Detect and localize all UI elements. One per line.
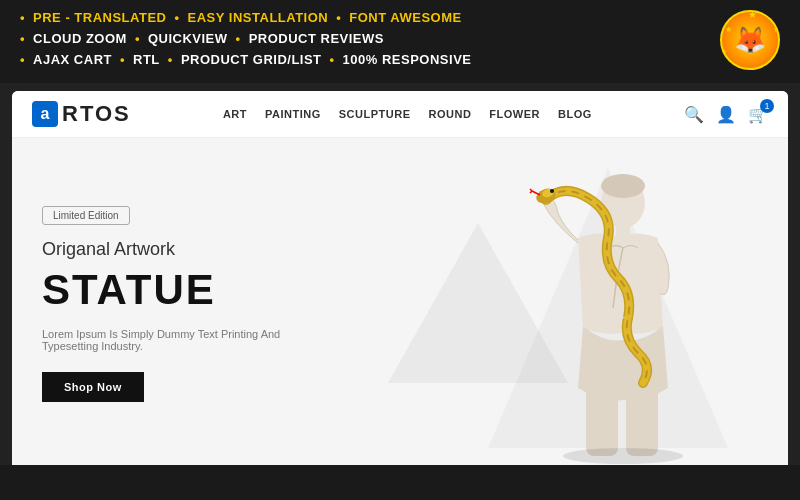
- nav-sculpture[interactable]: SCULPTURE: [339, 108, 411, 120]
- svg-point-13: [550, 189, 554, 193]
- svg-rect-10: [626, 386, 658, 456]
- feature-easy-installation: EASY INSTALLATION: [188, 10, 329, 25]
- hero-subtitle: Origanal Artwork: [42, 239, 282, 260]
- shop-now-button[interactable]: Shop Now: [42, 372, 144, 402]
- feature-pre-translated: PRE - TRANSLATED: [33, 10, 166, 25]
- logo-icon: a: [32, 101, 58, 127]
- user-icon[interactable]: 👤: [716, 105, 736, 124]
- preview-wrapper: a RTOS ART PAINTING SCULPTURE ROUND FLOW…: [0, 83, 800, 465]
- banner-row-2: • CLOUD ZOOM • QUICKVIEW • PRODUCT REVIE…: [20, 31, 780, 46]
- hero-description: Lorem Ipsum Is Simply Dummy Text Printin…: [42, 328, 282, 352]
- feature-ajax-cart: AJAX CART: [33, 52, 112, 67]
- browser-chrome: a RTOS ART PAINTING SCULPTURE ROUND FLOW…: [12, 91, 788, 465]
- dot-8: •: [120, 53, 125, 66]
- feature-rtl: RTL: [133, 52, 160, 67]
- hero-content: Limited Edition Origanal Artwork STATUE …: [12, 175, 312, 432]
- dot-1: •: [20, 11, 25, 24]
- feature-product-grid: PRODUCT GRID/LIST: [181, 52, 322, 67]
- search-icon[interactable]: 🔍: [684, 105, 704, 124]
- nav-round[interactable]: ROUND: [429, 108, 472, 120]
- dot-6: •: [236, 32, 241, 45]
- statue-image: [468, 148, 748, 465]
- feature-quickview: QUICKVIEW: [148, 31, 228, 46]
- svg-point-14: [563, 448, 683, 464]
- hero-section: Limited Edition Origanal Artwork STATUE …: [12, 138, 788, 465]
- dot-7: •: [20, 53, 25, 66]
- dot-9: •: [168, 53, 173, 66]
- banner-row-1: • PRE - TRANSLATED • EASY INSTALLATION •…: [20, 10, 780, 25]
- svg-text:★: ★: [773, 25, 780, 34]
- feature-responsive: 100% RESPONSIVE: [343, 52, 472, 67]
- feature-product-reviews: PRODUCT REVIEWS: [249, 31, 384, 46]
- banner-row-3: • AJAX CART • RTL • PRODUCT GRID/LIST • …: [20, 52, 780, 67]
- feature-cloud-zoom: CLOUD ZOOM: [33, 31, 127, 46]
- avatar-badge: ★ ★ ★ ★ ★ 🦊: [720, 10, 780, 70]
- svg-rect-9: [586, 386, 618, 456]
- hero-title: STATUE: [42, 266, 282, 314]
- svg-text:★: ★: [721, 48, 727, 55]
- cart-count: 1: [760, 99, 774, 113]
- nav-flower[interactable]: FLOWER: [489, 108, 540, 120]
- dot-10: •: [330, 53, 335, 66]
- svg-point-7: [601, 174, 645, 198]
- statue-svg: [468, 148, 748, 465]
- nav-art[interactable]: ART: [223, 108, 247, 120]
- dot-3: •: [336, 11, 341, 24]
- svg-text:★: ★: [725, 25, 732, 34]
- top-banner: • PRE - TRANSLATED • EASY INSTALLATION •…: [0, 0, 800, 83]
- nav-links: ART PAINTING SCULPTURE ROUND FLOWER BLOG: [223, 108, 592, 120]
- cart-icon[interactable]: 🛒 1: [748, 105, 768, 124]
- logo-letter: a: [41, 105, 50, 123]
- dot-2: •: [175, 11, 180, 24]
- nav-painting[interactable]: PAINTING: [265, 108, 321, 120]
- dot-4: •: [20, 32, 25, 45]
- feature-font-awesome: FONT AWESOME: [349, 10, 461, 25]
- nav-icons: 🔍 👤 🛒 1: [684, 105, 768, 124]
- logo-text: RTOS: [62, 101, 131, 127]
- dot-5: •: [135, 32, 140, 45]
- stars-ring-svg: ★ ★ ★ ★ ★: [720, 10, 780, 70]
- logo: a RTOS: [32, 101, 131, 127]
- site-nav: a RTOS ART PAINTING SCULPTURE ROUND FLOW…: [12, 91, 788, 138]
- limited-edition-badge: Limited Edition: [42, 206, 130, 225]
- nav-blog[interactable]: BLOG: [558, 108, 592, 120]
- svg-text:★: ★: [748, 10, 757, 20]
